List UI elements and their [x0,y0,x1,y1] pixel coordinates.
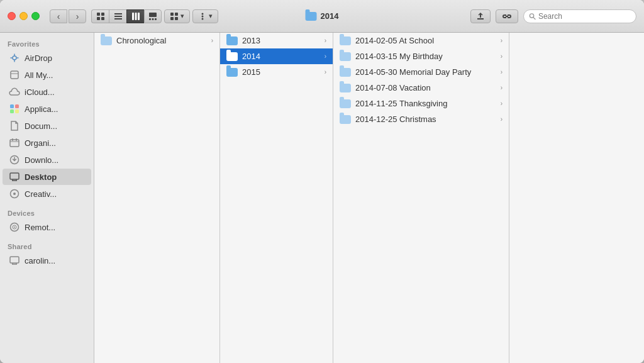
col3-label-at-school: 2014-02-05 At School [355,36,434,45]
folder-icon-memorial [340,68,351,77]
svg-rect-16 [170,17,174,20]
sidebar-item-remote[interactable]: Remot... [3,219,91,235]
sidebar-item-allmy[interactable]: All My... [3,67,91,83]
main-content: Favorites AirDrop All My... iCloud... [0,33,644,363]
col3-chevron-christmas: › [501,116,502,123]
sidebar-item-desktop[interactable]: Desktop [3,169,91,185]
col3-item-christmas[interactable]: 2014-12-25 Christmas › [333,111,509,127]
col3-item-memorial[interactable]: 2014-05-30 Memorial Day Party › [333,64,509,80]
svg-rect-8 [135,13,136,20]
col1-label-chronological: Chronological [116,36,167,45]
back-button[interactable]: ‹ [50,9,67,23]
folder-icon-2014 [226,52,238,61]
svg-rect-29 [16,138,17,141]
view-mode-group [91,9,162,23]
col2-item-2014[interactable]: 2014 › [220,48,333,64]
icon-view-button[interactable] [91,9,109,23]
svg-rect-17 [175,17,178,20]
search-input[interactable] [538,12,631,21]
sidebar-icloud-label: iCloud... [25,87,55,97]
sidebar-organizer-label: Organi... [25,138,56,148]
organizer-icon [9,137,20,148]
link-button[interactable] [496,9,518,23]
svg-point-39 [14,226,15,228]
col3-label-memorial: 2014-05-30 Memorial Day Party [355,67,471,77]
applications-icon [9,103,20,114]
list-view-button[interactable] [109,9,126,23]
svg-rect-27 [10,140,19,147]
favorites-label: Favorites [0,38,94,49]
column-view-button[interactable] [126,9,144,23]
sidebar-item-organizer[interactable]: Organi... [3,135,91,151]
maximize-button[interactable] [31,12,40,20]
sidebar-documents-label: Docum... [25,121,57,131]
svg-rect-3 [101,17,104,20]
close-button[interactable] [8,12,16,20]
svg-point-36 [13,193,16,195]
nav-buttons: ‹ › [50,9,86,23]
col2-item-2013[interactable]: 2013 › [220,33,333,48]
col3-item-thanksgiving[interactable]: 2014-11-25 Thanksgiving › [333,96,509,111]
svg-line-19 [533,17,535,19]
sidebar-allmy-label: All My... [25,70,53,80]
folder-icon-chronological [101,36,112,45]
svg-rect-40 [10,257,19,263]
columns-area: Chronological › 2013 › 2014 › 2 [94,33,644,363]
sidebar-item-carolyn[interactable]: carolin... [3,252,91,269]
col2-label-2013: 2013 [242,36,260,45]
minimize-button[interactable] [19,12,28,20]
remote-icon [9,221,20,233]
column-1: Chronological › [94,33,220,363]
sidebar-creative-label: Creativ... [25,189,57,199]
finder-window: ‹ › ▾ [0,0,644,363]
sidebar-item-creative[interactable]: Creativ... [3,186,91,202]
col1-chevron-chronological: › [211,37,213,44]
shared-label: Shared [0,240,94,252]
sidebar-item-downloads[interactable]: Downlo... [3,152,91,168]
window-title: 2014 [306,11,339,21]
search-bar[interactable] [523,9,636,23]
sidebar-item-icloud[interactable]: iCloud... [3,84,91,100]
col3-item-birthday[interactable]: 2014-03-15 My Birthday › [333,48,509,64]
view-controls: ▾ ▾ [91,9,218,23]
svg-rect-9 [138,13,140,20]
col3-chevron-birthday: › [501,53,502,60]
svg-rect-2 [97,17,100,20]
svg-rect-6 [114,18,122,20]
titlebar: ‹ › ▾ [0,0,644,33]
grid-arrange-button[interactable]: ▾ [164,9,190,23]
cover-flow-button[interactable] [144,9,162,23]
allmy-icon [9,69,20,81]
traffic-lights [8,12,40,20]
network-icon [9,255,20,266]
col3-item-vacation[interactable]: 2014-07-08 Vacation › [333,80,509,96]
col2-chevron-2013: › [325,37,326,44]
sidebar-item-applications[interactable]: Applica... [3,101,91,117]
svg-rect-12 [152,18,154,20]
sidebar-item-documents[interactable]: Docum... [3,118,91,134]
sidebar-desktop-label: Desktop [25,172,57,182]
title-text: 2014 [321,11,339,21]
documents-icon [9,120,20,131]
col1-item-chronological[interactable]: Chronological › [94,33,219,48]
col2-chevron-2015: › [325,69,326,75]
airdrop-icon [9,52,20,64]
action-chevron: ▾ [209,12,213,20]
svg-rect-7 [132,13,134,20]
forward-button[interactable]: › [69,9,86,23]
col2-item-2015[interactable]: 2015 › [220,64,333,80]
col3-label-birthday: 2014-03-15 My Birthday [355,52,443,61]
folder-icon-birthday [340,52,351,61]
svg-rect-28 [12,138,13,141]
col2-label-2015: 2015 [242,67,260,77]
column-2: 2013 › 2014 › 2015 › [220,33,333,363]
svg-rect-24 [15,104,19,108]
action-button[interactable]: ▾ [192,9,218,23]
share-button[interactable] [470,9,491,23]
svg-rect-26 [15,109,19,113]
svg-point-20 [13,56,16,60]
col2-label-2014: 2014 [242,52,260,61]
sidebar-item-airdrop[interactable]: AirDrop [3,50,91,66]
downloads-icon [9,154,20,165]
col3-item-at-school[interactable]: 2014-02-05 At School › [333,33,509,48]
